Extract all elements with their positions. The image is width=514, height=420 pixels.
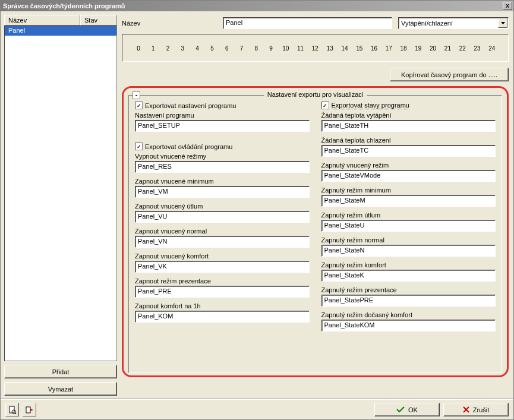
input-state-u[interactable]: Panel_StateU — [321, 220, 496, 232]
label-settings: Nastavení programu — [135, 112, 310, 119]
input-vk[interactable]: Panel_VK — [135, 261, 310, 273]
copy-program-button[interactable]: Kopírovat časový program do ..... — [390, 68, 509, 81]
input-vn[interactable]: Panel_VN — [135, 236, 310, 248]
label-res: Vypnout vnucené režimy — [135, 153, 310, 160]
table-row[interactable]: Panel — [5, 26, 116, 36]
titlebar: Správce časových/týdenních programů X — [1, 1, 513, 11]
label-state-th: Žádaná teplota vytápění — [321, 112, 496, 119]
input-state-pre[interactable]: Panel_StatePRE — [321, 295, 496, 307]
svg-marker-5 — [30, 409, 33, 411]
input-pre[interactable]: Panel_PRE — [135, 286, 310, 298]
input-res[interactable]: Panel_RES — [135, 161, 310, 173]
label-state-k: Zapnutý režim komfort — [321, 261, 496, 269]
checkbox-icon[interactable] — [135, 143, 143, 150]
add-button[interactable]: Přidat — [4, 365, 117, 378]
content-area: Název Stav Panel Přidat Vymazat Název Pa… — [1, 11, 513, 399]
name-row: Název Panel Vytápění/chlazení — [121, 15, 510, 34]
cell-name: Panel — [5, 26, 80, 36]
close-button[interactable]: X — [503, 2, 512, 10]
input-state-th[interactable]: Panel_StateTH — [321, 120, 496, 132]
chevron-down-icon — [498, 18, 507, 28]
copy-row: Kopírovat časový program do ..... — [121, 62, 510, 86]
input-kom[interactable]: Panel_KOM — [135, 311, 310, 323]
label-vn: Zapnout vnucený normal — [135, 228, 310, 235]
chk-export-states[interactable]: Exportovat stavy programu — [321, 102, 496, 109]
name-label: Název — [122, 20, 217, 27]
cancel-button[interactable]: Zrušit — [443, 403, 509, 416]
label-state-n: Zapnutý režim normal — [321, 236, 496, 244]
export-arrow-icon — [26, 406, 34, 414]
input-state-m[interactable]: Panel_StateM — [321, 195, 496, 207]
label-pre: Zapnout režim prezentace — [135, 277, 310, 285]
program-list[interactable]: Panel — [4, 26, 117, 361]
label-state-u: Zapnutý režim útlum — [321, 211, 496, 219]
checkbox-icon[interactable] — [135, 102, 143, 109]
collapse-toggle[interactable]: - — [133, 91, 140, 99]
cross-icon — [463, 406, 469, 413]
label-vm: Zapnout vnucené minimum — [135, 178, 310, 185]
export-left-col: Exportovat nastavení programu Nastavení … — [135, 100, 310, 331]
chk-export-settings[interactable]: Exportovat nastavení programu — [135, 102, 310, 109]
label-state-tc: Žádaná teplota chlazení — [321, 137, 496, 144]
preview-icon-button[interactable] — [5, 403, 19, 416]
export-group-highlight: - Nastavení exportu pro visualizaci Expo… — [122, 86, 509, 377]
input-settings[interactable]: Panel_SETUP — [135, 120, 310, 132]
label-state-pre: Zapnutý režim prezentace — [321, 286, 496, 293]
checkbox-icon[interactable] — [321, 102, 329, 109]
timeline-box: 0123456789101112131415161718192021222324 — [122, 34, 509, 62]
left-panel: Název Stav Panel Přidat Vymazat — [4, 15, 117, 396]
mode-select[interactable]: Vytápění/chlazení — [398, 17, 509, 29]
export-columns: Exportovat nastavení programu Nastavení … — [135, 100, 496, 331]
input-vm[interactable]: Panel_VM — [135, 186, 310, 198]
input-state-k[interactable]: Panel_StateK — [321, 270, 496, 282]
svg-line-3 — [15, 413, 16, 414]
col-state-header[interactable]: Stav — [80, 15, 117, 26]
left-buttons: Přidat Vymazat — [4, 361, 117, 396]
svg-rect-4 — [26, 407, 30, 413]
chk-export-control[interactable]: Exportovat ovládání programu — [135, 143, 310, 150]
check-icon — [396, 406, 405, 413]
label-state-m: Zapnutý režim minimum — [321, 187, 496, 194]
manager-window: Správce časových/týdenních programů X Ná… — [0, 0, 514, 420]
delete-button[interactable]: Vymazat — [4, 382, 117, 396]
input-state-tc[interactable]: Panel_StateTC — [321, 145, 496, 157]
timeline-scale: 0123456789101112131415161718192021222324 — [134, 38, 496, 52]
label-state-vmode: Zapnutý vnucený režim — [321, 162, 496, 169]
bottom-bar: OK Zrušit — [1, 399, 513, 419]
input-state-kom[interactable]: Panel_StateKOM — [321, 320, 496, 331]
label-vu: Zapnout vnucený útlum — [135, 203, 310, 210]
magnifier-document-icon — [8, 406, 17, 414]
right-panel: Název Panel Vytápění/chlazení 0123456789… — [121, 15, 510, 396]
input-state-n[interactable]: Panel_StateN — [321, 245, 496, 257]
svg-marker-0 — [501, 22, 505, 24]
input-vu[interactable]: Panel_VU — [135, 211, 310, 223]
name-input[interactable]: Panel — [223, 17, 392, 29]
export-right-col: Exportovat stavy programu Žádaná teplota… — [321, 100, 496, 331]
label-state-kom: Zapnutý režim dočasný komfort — [321, 311, 496, 318]
input-state-vmode[interactable]: Panel_StateVMode — [321, 170, 496, 182]
cell-state — [80, 26, 87, 36]
label-kom: Zapnout komfort na 1h — [135, 302, 310, 310]
export-title: Nastavení exportu pro visualizaci — [264, 91, 367, 98]
col-name-header[interactable]: Název — [4, 15, 80, 26]
ok-button[interactable]: OK — [374, 403, 440, 416]
label-vk: Zapnout vnucený komfort — [135, 252, 310, 260]
export-fieldset: - Nastavení exportu pro visualizaci Expo… — [128, 95, 502, 373]
table-header: Název Stav — [4, 15, 117, 26]
export-icon-button[interactable] — [23, 403, 36, 416]
window-title: Správce časových/týdenních programů — [3, 2, 503, 10]
